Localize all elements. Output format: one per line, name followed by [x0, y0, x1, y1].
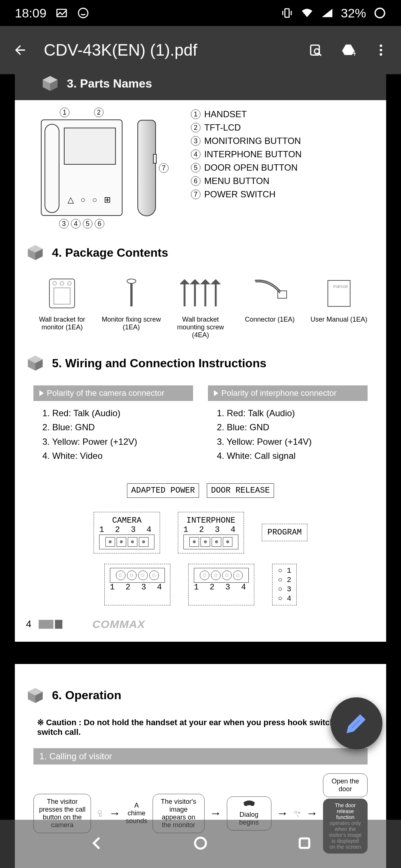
- signal-icon: [321, 7, 333, 19]
- svg-point-35: [98, 810, 101, 813]
- find-button[interactable]: [307, 41, 325, 59]
- arrow-icon: →: [210, 806, 222, 820]
- pdf-page-upper: 3. Parts Names 12 △○○⊞ 3456 7: [15, 74, 386, 642]
- svg-point-21: [60, 282, 64, 285]
- operation-sub-1: 1. Calling of visitor: [33, 748, 368, 765]
- svg-point-24: [127, 279, 136, 283]
- caution-text: ※ Caution : Do not hold the handset at y…: [26, 710, 375, 744]
- svg-rect-39: [300, 838, 309, 848]
- svg-rect-23: [54, 288, 70, 304]
- svg-point-10: [380, 45, 382, 47]
- arrow-icon: →: [306, 806, 318, 820]
- camera-polarity-list: 1. Red: Talk (Audio) 2. Blue: GND 3. Yel…: [33, 406, 193, 463]
- svg-rect-19: [49, 279, 75, 308]
- cube-icon: [26, 686, 45, 705]
- page-number: 4: [26, 618, 31, 630]
- edit-fab[interactable]: [330, 697, 382, 749]
- svg-rect-0: [57, 9, 66, 17]
- battery-text: 32%: [341, 6, 366, 20]
- camera-polarity-header: Polarity of the camera connector: [33, 385, 193, 401]
- section-6-header: 6. Operation: [26, 679, 375, 710]
- brand-footer: COMMAX: [92, 618, 145, 631]
- drive-add-button[interactable]: +: [339, 41, 357, 59]
- image-icon: [55, 7, 68, 19]
- back-button[interactable]: [11, 41, 29, 59]
- document-viewer[interactable]: 3. Parts Names 12 △○○⊞ 3456 7: [0, 74, 401, 868]
- svg-point-5: [375, 8, 385, 18]
- whatsapp-icon: [77, 7, 89, 19]
- section-3-header: 3. Parts Names: [15, 74, 386, 100]
- vibrate-icon: [281, 7, 293, 19]
- more-button[interactable]: [372, 41, 390, 59]
- section-4-header: 4. Package Contents: [26, 236, 375, 267]
- status-bar: 18:09 32%: [0, 0, 401, 26]
- svg-point-36: [294, 811, 296, 813]
- cube-icon: [41, 74, 59, 93]
- wifi-icon: [301, 7, 313, 19]
- interphone-polarity-list: 1. Red: Talk (Audio) 2. Blue: GND 3. Yel…: [208, 406, 368, 463]
- svg-point-20: [53, 282, 56, 285]
- clock: 18:09: [15, 6, 46, 20]
- nav-back-button[interactable]: [88, 835, 105, 853]
- app-bar: CDV-43K(EN) (1).pdf +: [0, 26, 401, 74]
- svg-rect-2: [285, 9, 289, 17]
- parts-list: 1HANDSET 2TFT-LCD 3MONITORING BUTTON 4IN…: [183, 108, 301, 228]
- svg-point-38: [195, 838, 206, 848]
- wiring-diagram: ADAPTED POWER DOOR RELEASE CAMERA 1 2 3 …: [71, 482, 330, 607]
- cube-icon: [26, 243, 45, 262]
- interphone-polarity-header: Polarity of interphone connector: [208, 385, 368, 401]
- device-side-diagram: [137, 120, 156, 216]
- system-nav-bar: [0, 820, 401, 868]
- phone-icon: [242, 800, 257, 809]
- svg-point-7: [314, 49, 319, 54]
- nav-recent-button[interactable]: [296, 835, 313, 853]
- svg-point-22: [68, 282, 71, 285]
- device-front-diagram: △○○⊞: [41, 119, 123, 216]
- svg-point-1: [78, 8, 88, 18]
- svg-text:+: +: [352, 49, 356, 57]
- svg-point-11: [380, 49, 382, 52]
- nav-home-button[interactable]: [192, 835, 209, 853]
- pencil-icon: [345, 712, 368, 734]
- document-title: CDV-43K(EN) (1).pdf: [44, 41, 292, 59]
- arrow-icon: →: [277, 806, 288, 820]
- package-contents-row: Wall bracket for monitor (1EA) Monitor f…: [26, 267, 375, 346]
- battery-icon: [374, 7, 386, 19]
- section-5-header: 5. Wiring and Connection Instructions: [26, 346, 375, 378]
- svg-text:manual: manual: [333, 284, 348, 289]
- cube-icon: [26, 354, 45, 372]
- arrow-icon: →: [109, 806, 121, 820]
- svg-point-12: [380, 53, 382, 56]
